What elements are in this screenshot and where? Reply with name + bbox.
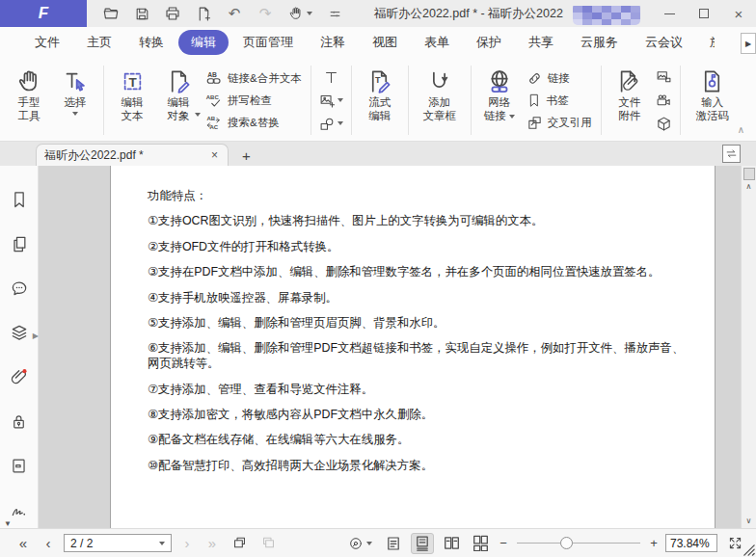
maximize-button[interactable] bbox=[687, 0, 721, 27]
security-panel-button[interactable] bbox=[9, 411, 30, 432]
quick-access-toolbar: ↶ ↷ bbox=[96, 2, 349, 25]
ribbon-separator bbox=[408, 66, 409, 135]
scrollbar-thumb[interactable] bbox=[743, 168, 755, 180]
signature-panel-button[interactable] bbox=[9, 499, 30, 520]
insert-image-button[interactable] bbox=[656, 66, 672, 88]
activation-code-button[interactable]: 输入 激活码 bbox=[686, 64, 740, 137]
tab-comment[interactable]: 注释 bbox=[308, 30, 358, 55]
zoom-out-button[interactable]: − bbox=[498, 536, 509, 550]
tab-share[interactable]: 共享 bbox=[516, 30, 566, 55]
foxit-logo: F bbox=[0, 0, 87, 27]
file-attachment-button[interactable]: 文件 附件 bbox=[607, 64, 653, 137]
facing-view-button[interactable] bbox=[440, 533, 463, 554]
tab-file[interactable]: 文件 bbox=[22, 30, 72, 55]
insert-3d-button[interactable] bbox=[656, 113, 672, 134]
tab-overflow-partial[interactable]: 放 bbox=[697, 30, 715, 55]
zoom-slider-track bbox=[517, 543, 640, 544]
undo-button[interactable]: ↶ bbox=[220, 2, 249, 25]
next-page-button[interactable]: › bbox=[177, 535, 197, 551]
select-tool-button[interactable]: 选择 bbox=[52, 64, 98, 137]
search-replace-button[interactable]: ABAC 搜索&替换 bbox=[205, 112, 302, 133]
edit-object-button[interactable]: 编辑 对象 bbox=[155, 64, 202, 137]
next-view-button[interactable] bbox=[256, 533, 280, 554]
customize-toolbar-button[interactable] bbox=[320, 2, 349, 25]
scroll-up-button[interactable]: ∧ bbox=[746, 180, 752, 194]
tab-page-management[interactable]: 页面管理 bbox=[230, 30, 306, 55]
page-number-input[interactable]: 2 / 2 bbox=[64, 534, 172, 552]
cube-3d-icon bbox=[656, 116, 672, 132]
attachments-panel-button[interactable] bbox=[9, 366, 30, 387]
tab-edit[interactable]: 编辑 bbox=[178, 30, 229, 55]
close-tab-button[interactable]: × bbox=[209, 148, 220, 162]
add-text-button[interactable] bbox=[319, 66, 343, 88]
cross-reference-button[interactable]: 交叉引用 bbox=[526, 112, 592, 133]
add-article-box-button[interactable]: 添加 文章框 bbox=[414, 64, 466, 137]
single-page-view-button[interactable] bbox=[382, 533, 405, 554]
document-viewport[interactable]: 功能特点： ①支持OCR图文识别，快速将扫描件、图片上的文字转换为可编辑的文本。… bbox=[39, 166, 741, 528]
edit-text-button[interactable]: T 编辑 文本 bbox=[109, 64, 155, 137]
chevron-down-icon bbox=[195, 113, 201, 117]
facing-continuous-view-button[interactable] bbox=[469, 533, 492, 554]
pdf-page[interactable]: 功能特点： ①支持OCR图文识别，快速将扫描件、图片上的文字转换为可编辑的文本。… bbox=[110, 166, 716, 528]
minimize-button[interactable] bbox=[652, 0, 687, 27]
new-tab-button[interactable]: + bbox=[242, 147, 251, 166]
zoom-slider[interactable] bbox=[517, 537, 640, 550]
add-shapes-button[interactable] bbox=[319, 113, 343, 134]
spell-check-button[interactable]: ABC 拼写检查 bbox=[205, 90, 302, 111]
tab-convert[interactable]: 转换 bbox=[126, 30, 176, 55]
tab-view[interactable]: 视图 bbox=[360, 30, 410, 55]
open-file-button[interactable] bbox=[96, 2, 125, 25]
last-page-button[interactable]: » bbox=[202, 535, 222, 551]
tab-form[interactable]: 表单 bbox=[412, 30, 462, 55]
previous-view-button[interactable] bbox=[228, 533, 251, 554]
scroll-down-button[interactable]: ∨ bbox=[746, 515, 752, 528]
link-merge-text-button[interactable]: AB 链接&合并文本 bbox=[205, 67, 302, 89]
previous-view-icon bbox=[231, 535, 248, 551]
pages-panel-button[interactable] bbox=[9, 233, 30, 254]
tab-cloud-meeting[interactable]: 云会议 bbox=[633, 30, 695, 55]
print-button[interactable] bbox=[158, 2, 187, 25]
doc-heading: 功能特点： bbox=[148, 189, 688, 204]
hand-tool-quick-button[interactable] bbox=[282, 2, 318, 25]
activation-key-icon bbox=[699, 68, 725, 94]
zoom-in-button[interactable]: + bbox=[648, 536, 660, 550]
web-link-button[interactable]: 网络 链接 bbox=[476, 64, 523, 137]
zoom-slider-thumb[interactable] bbox=[560, 537, 573, 549]
user-account-badge-blurred[interactable] bbox=[573, 3, 640, 25]
tab-protect[interactable]: 保护 bbox=[464, 30, 514, 55]
previous-page-button[interactable]: ‹ bbox=[39, 535, 58, 551]
first-page-button[interactable]: « bbox=[14, 535, 33, 551]
save-button[interactable] bbox=[127, 2, 156, 25]
vertical-scrollbar[interactable]: ∧ ∨ bbox=[741, 166, 756, 528]
doc-line: ⑦支持添加、管理、查看和导览文件注释。 bbox=[148, 383, 688, 398]
layers-panel-button[interactable] bbox=[9, 322, 30, 343]
link-button[interactable]: 链接 bbox=[526, 67, 592, 89]
continuous-view-button[interactable] bbox=[411, 533, 434, 554]
chevron-down-icon bbox=[72, 112, 78, 116]
hand-tool-button[interactable]: 手型 工具 bbox=[6, 64, 52, 137]
collapse-ribbon-button[interactable]: ∧ bbox=[738, 124, 744, 135]
flow-edit-button[interactable]: T 流式 编辑 bbox=[357, 64, 403, 137]
add-image-button[interactable] bbox=[319, 90, 343, 111]
destinations-panel-button[interactable] bbox=[9, 455, 30, 476]
more-panels-button[interactable]: ▼ bbox=[4, 519, 12, 528]
close-button[interactable]: × bbox=[721, 0, 756, 27]
redo-button[interactable]: ↷ bbox=[251, 2, 280, 25]
bookmark-button[interactable]: 书签 bbox=[526, 90, 592, 111]
zoom-level-input[interactable]: 73.84% bbox=[665, 534, 717, 552]
tab-cloud-service[interactable]: 云服务 bbox=[568, 30, 631, 55]
doc-line: ⑨配备文档在线存储、在线编辑等六大在线服务。 bbox=[148, 433, 688, 448]
view-mode-button[interactable] bbox=[343, 533, 376, 554]
facing-continuous-icon bbox=[472, 535, 489, 551]
menu-scroll-right-button[interactable]: ▶ bbox=[741, 33, 756, 54]
insert-video-button[interactable] bbox=[656, 90, 672, 111]
window-resize-grip[interactable] bbox=[743, 544, 755, 556]
new-document-button[interactable] bbox=[189, 2, 218, 25]
comments-panel-button[interactable] bbox=[9, 278, 30, 299]
title-bar: F ↶ ↷ 福昕办公2022.pdf * - bbox=[0, 0, 756, 27]
link-chain-icon bbox=[526, 70, 543, 87]
tab-home[interactable]: 主页 bbox=[74, 30, 124, 55]
bookmarks-panel-button[interactable] bbox=[9, 189, 30, 210]
toggle-panels-button[interactable] bbox=[722, 145, 741, 163]
document-tab[interactable]: 福昕办公2022.pdf * × bbox=[36, 144, 229, 166]
